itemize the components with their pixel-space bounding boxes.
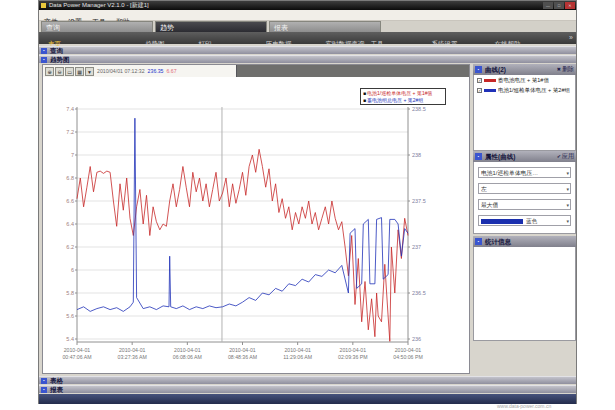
apply-icon: ✔ bbox=[557, 153, 561, 159]
tab[interactable]: 报表 bbox=[269, 21, 381, 32]
toolbar-overflow-icon[interactable]: » bbox=[569, 32, 573, 44]
trend-chart[interactable]: 7.47.276.86.66.46.265.85.65.4238.5238237… bbox=[43, 77, 471, 375]
statistics-section-header[interactable]: ▪ 统计信息 bbox=[473, 236, 576, 247]
legend-label: 电池1/巡检单体电压 + 第1#值 bbox=[367, 90, 432, 96]
chart-toolbar: ⊕⊖▭▦▼ 2010/04/01 07:12:32 236.35 6.67 bbox=[43, 65, 237, 77]
zoom-in-icon[interactable]: ⊕ bbox=[45, 67, 54, 76]
left-tick-label: 7.4 bbox=[66, 106, 74, 112]
property-value: 蓝色 bbox=[526, 216, 538, 226]
left-tick-label: 6.6 bbox=[66, 198, 74, 204]
chevron-down-icon: ▾ bbox=[566, 216, 569, 226]
curves-title: 曲线(2) bbox=[485, 64, 506, 75]
delete-curve-button[interactable]: ✖删除 bbox=[557, 64, 574, 75]
property-value: 最大值 bbox=[481, 200, 498, 210]
collapse-bar-query[interactable]: ▪ 查询 bbox=[39, 46, 576, 54]
curve-color-swatch bbox=[484, 89, 496, 92]
chart-tool-icons: ⊕⊖▭▦▼ bbox=[45, 67, 94, 76]
left-tick-label: 6.4 bbox=[66, 221, 74, 227]
curve-list-item[interactable]: ✓蓄电池电压 + 第1#值 bbox=[474, 75, 575, 85]
collapse-bar-report[interactable]: ▪ 报表 bbox=[39, 385, 576, 393]
legend-bullet-icon: ■ bbox=[363, 90, 366, 96]
chart-legend: ■电池1/巡检单体电压 + 第1#值■蓄电池组总电压 + 第2#组 bbox=[360, 88, 446, 105]
select-region-icon[interactable]: ▦ bbox=[75, 67, 84, 76]
property-dropdown[interactable]: 蓝色▾ bbox=[478, 215, 571, 226]
collapse-bar-label: 趋势图 bbox=[50, 56, 70, 64]
x-tick-date: 2010-04-01 bbox=[119, 347, 146, 353]
right-panel: ▪ 曲线(2) ✖删除 ✓蓄电池电压 + 第1#值✓电池1/巡检单体电压 + 第… bbox=[473, 64, 576, 374]
x-tick-date: 2010-04-01 bbox=[284, 347, 311, 353]
status-bar bbox=[39, 394, 576, 404]
minimize-button[interactable]: — bbox=[543, 2, 553, 9]
x-tick-date: 2010-04-01 bbox=[174, 347, 201, 353]
property-value: 左 bbox=[481, 184, 487, 194]
left-tick-label: 7 bbox=[71, 152, 74, 158]
curve-checkbox[interactable]: ✓ bbox=[477, 88, 482, 93]
panel-expand-icon: ▪ bbox=[41, 48, 47, 54]
title-bar: Data Power Manager V2.1.0 - [新建1] — □ ✕ bbox=[39, 1, 576, 10]
x-tick-time: 03:27:36 AM bbox=[118, 354, 147, 360]
curves-list: ✓蓄电池电压 + 第1#值✓电池1/巡检单体电压 + 第2#组 bbox=[473, 75, 576, 151]
x-tick-time: 06:08:06 AM bbox=[173, 354, 202, 360]
cursor-value-blue: 236.35 bbox=[148, 68, 164, 74]
apply-button[interactable]: ✔应用 bbox=[557, 151, 574, 162]
property-dropdown[interactable]: 最大值▾ bbox=[478, 199, 571, 210]
curves-section-header[interactable]: ▪ 曲线(2) ✖删除 bbox=[473, 64, 576, 75]
close-button[interactable]: ✕ bbox=[565, 2, 575, 9]
collapse-bar-table[interactable]: ▪ 表格 bbox=[39, 376, 576, 384]
legend-entry: ■蓄电池组总电压 + 第2#组 bbox=[363, 97, 443, 104]
save-icon[interactable]: ▼ bbox=[85, 67, 94, 76]
collapse-bar-label: 表格 bbox=[50, 377, 63, 385]
panel-expand-icon: ▪ bbox=[41, 387, 47, 393]
maximize-button[interactable]: □ bbox=[554, 2, 564, 9]
menu-bar: 文件设置工具帮助 bbox=[39, 10, 576, 21]
x-tick-date: 2010-04-01 bbox=[340, 347, 367, 353]
property-dropdown[interactable]: 左▾ bbox=[478, 183, 571, 194]
curve-label: 蓄电池电压 + 第1#值 bbox=[498, 77, 549, 84]
ribbon-toolbar: » 主页趋势图打印历史数据实时数据查询工具系统设置在线帮助 bbox=[39, 32, 576, 44]
right-tick-label: 238 bbox=[412, 152, 421, 158]
statistics-icon: ▪ bbox=[475, 238, 482, 245]
x-tick-time: 08:48:36 AM bbox=[228, 354, 257, 360]
delete-icon: ✖ bbox=[557, 66, 561, 72]
zoom-out-icon[interactable]: ⊖ bbox=[55, 67, 64, 76]
tab-strip: 查询趋势报表 bbox=[39, 21, 576, 32]
left-tick-label: 6.2 bbox=[66, 244, 74, 250]
tab[interactable]: 趋势 bbox=[155, 21, 267, 32]
window-title: Data Power Manager V2.1.0 - [新建1] bbox=[49, 1, 149, 10]
chart-panel: ⊕⊖▭▦▼ 2010/04/01 07:12:32 236.35 6.67 7.… bbox=[42, 64, 470, 374]
properties-section-header[interactable]: ▪ 属性(曲线) ✔应用 bbox=[473, 151, 576, 162]
right-tick-label: 236 bbox=[412, 336, 421, 342]
left-tick-label: 7.2 bbox=[66, 129, 74, 135]
chevron-down-icon: ▾ bbox=[566, 168, 569, 178]
x-tick-time: 04:50:06 PM bbox=[393, 354, 422, 360]
app-window: Data Power Manager V2.1.0 - [新建1] — □ ✕ … bbox=[38, 0, 577, 404]
x-tick-date: 2010-04-01 bbox=[395, 347, 422, 353]
property-dropdown[interactable]: 电池1/巡检单体电压…▾ bbox=[478, 167, 571, 178]
chevron-down-icon: ▾ bbox=[566, 184, 569, 194]
curves-icon: ▪ bbox=[475, 66, 482, 73]
curve-label: 电池1/巡检单体电压 + 第2#组 bbox=[498, 87, 570, 94]
collapse-bar-label: 报表 bbox=[50, 386, 63, 394]
legend-bullet-icon: ■ bbox=[363, 97, 366, 103]
chevron-down-icon: ▾ bbox=[566, 200, 569, 210]
properties-form: 电池1/巡检单体电压…▾左▾最大值▾蓝色▾ bbox=[473, 162, 576, 234]
color-swatch bbox=[481, 219, 523, 224]
curve-checkbox[interactable]: ✓ bbox=[477, 78, 482, 83]
left-tick-label: 5.4 bbox=[66, 336, 74, 342]
curve-list-item[interactable]: ✓电池1/巡检单体电压 + 第2#组 bbox=[474, 85, 575, 95]
pan-icon[interactable]: ▭ bbox=[65, 67, 74, 76]
x-tick-date: 2010-04-01 bbox=[229, 347, 256, 353]
tab[interactable]: 查询 bbox=[41, 21, 153, 32]
left-tick-label: 6.8 bbox=[66, 175, 74, 181]
collapse-bar-trend[interactable]: ▪ 趋势图 bbox=[39, 55, 576, 63]
property-value: 电池1/巡检单体电压… bbox=[481, 168, 538, 178]
right-tick-label: 236.5 bbox=[412, 290, 426, 296]
chart-tabstrip: ⊕⊖▭▦▼ 2010/04/01 07:12:32 236.35 6.67 bbox=[43, 65, 469, 77]
collapse-bar-label: 查询 bbox=[50, 47, 63, 55]
curve-color-swatch bbox=[484, 79, 496, 82]
x-tick-time: 02:09:36 PM bbox=[338, 354, 367, 360]
right-tick-label: 237 bbox=[412, 244, 421, 250]
legend-label: 蓄电池组总电压 + 第2#组 bbox=[367, 97, 423, 103]
panel-expand-icon: ▪ bbox=[41, 57, 47, 63]
left-tick-label: 6 bbox=[71, 267, 74, 273]
